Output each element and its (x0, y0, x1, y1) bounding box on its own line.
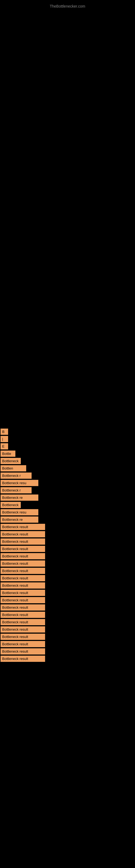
bottleneck-item: Bottleneck result (1, 656, 45, 662)
bottleneck-item: Bottleneck result (1, 612, 45, 618)
bottleneck-item: Bottleneck result (1, 538, 45, 545)
bottleneck-item: Bottleneck result (1, 582, 45, 589)
bottleneck-items-container: B|EBottleBottleneckBottlenBottleneck rBo… (0, 429, 135, 663)
bottleneck-item: Bottleneck result (1, 531, 45, 537)
bottleneck-item: E (1, 443, 8, 450)
bottleneck-item: Bottleneck (1, 502, 21, 508)
site-title: TheBottlenecker.com (0, 1, 135, 11)
bottleneck-item: Bottleneck r (1, 472, 32, 479)
bottleneck-item: Bottleneck result (1, 641, 45, 647)
bottleneck-item: Bottleneck result (1, 619, 45, 625)
bottleneck-item: Bottleneck result (1, 560, 45, 567)
bottleneck-item: Bottleneck result (1, 626, 45, 632)
bottleneck-item: Bottleneck result (1, 546, 45, 552)
bottleneck-item: Bottleneck result (1, 604, 45, 611)
bottleneck-item: Bottleneck re (1, 495, 38, 501)
bottleneck-item: Bottleneck re (1, 517, 38, 523)
bottleneck-item: Bottlen (1, 465, 26, 471)
bottleneck-item: Bottleneck result (1, 648, 45, 654)
bottleneck-item: Bottleneck resu (1, 509, 38, 516)
bottleneck-item: Bottleneck result (1, 575, 45, 581)
bottleneck-item: Bottleneck r (1, 487, 32, 493)
bottleneck-item: Bottleneck result (1, 524, 45, 530)
bottleneck-item: Bottleneck result (1, 553, 45, 559)
bottleneck-item: B (1, 429, 8, 435)
bottleneck-item: Bottleneck (1, 458, 21, 464)
bottleneck-item: Bottleneck result (1, 633, 45, 640)
bottleneck-item: Bottleneck resu (1, 480, 38, 486)
bottleneck-item: Bottleneck result (1, 568, 45, 574)
bottleneck-item: Bottleneck result (1, 590, 45, 596)
bottleneck-item: Bottleneck result (1, 597, 45, 603)
bottleneck-item: | (1, 436, 8, 442)
bottleneck-item: Bottle (1, 451, 15, 457)
